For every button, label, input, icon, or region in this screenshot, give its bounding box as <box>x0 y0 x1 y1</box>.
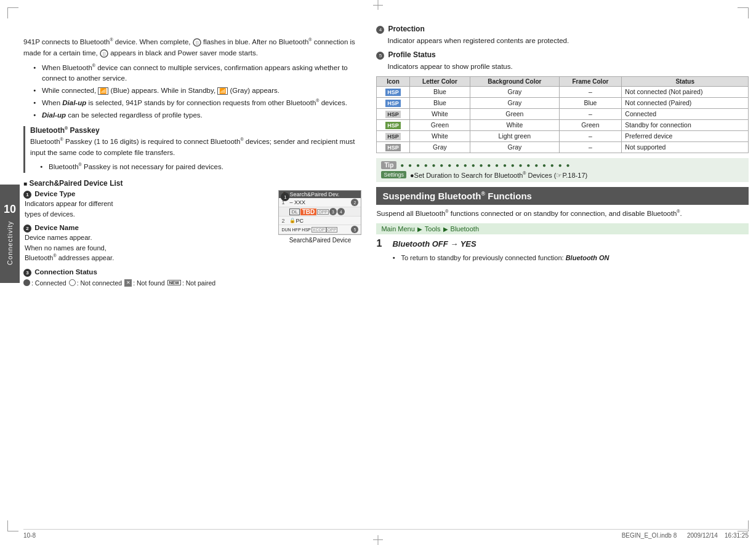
chapter-label: Connectivity <box>6 221 14 265</box>
td-bg: Gray <box>470 86 559 97</box>
device-image: 1 📱 Search&Paired Dev. 1 – XXX 2 DL <box>278 190 361 235</box>
device-row-1: 1 – XXX 2 <box>279 198 361 207</box>
overlay-2-inline: 2 <box>351 199 358 206</box>
td-status: Not connected (Not paired) <box>622 86 749 97</box>
menu-item-1: Main Menu <box>381 225 414 233</box>
menu-arrow-1: ▶ <box>417 226 422 233</box>
hsp-badge-5: HSP <box>385 133 401 140</box>
bluetooth-on-label: Bluetooth ON <box>566 254 609 261</box>
th-frame: Frame Color <box>559 76 622 86</box>
td-icon: HSP <box>377 119 409 130</box>
left-column: 941P connects to Bluetooth® device. When… <box>23 18 371 514</box>
corner-mark-tl <box>7 7 18 18</box>
step-text: Bluetooth OFF → YES <box>392 239 476 249</box>
paired-content: 1 Device Type Indicators appear for diff… <box>23 190 361 292</box>
td-status: Connected <box>622 108 749 119</box>
device-image-container: 1 📱 Search&Paired Dev. 1 – XXX 2 DL <box>278 190 361 244</box>
td-bg: Green <box>470 108 559 119</box>
step-1-row: 1 Bluetooth OFF → YES <box>376 238 749 249</box>
page-content: 941P connects to Bluetooth® device. When… <box>23 18 749 514</box>
footer: 10-8 BEGIN_E_OI.indb 8 2009/12/14 16:31:… <box>23 529 749 539</box>
td-frame: – <box>559 108 622 119</box>
circle-3: 3 <box>23 269 31 277</box>
passkey-section: Bluetooth® Passkey Bluetooth® Passkey (1… <box>23 126 361 173</box>
connection-legend: : Connected : Not connected ✕: Not found… <box>23 279 272 287</box>
paired-text: 1 Device Type Indicators appear for diff… <box>23 190 272 292</box>
right-column: 4 Protection Indicator appears when regi… <box>371 18 749 514</box>
protection-section: 4 Protection Indicator appears when regi… <box>376 25 749 47</box>
td-bg: Gray <box>470 141 559 153</box>
td-frame: Green <box>559 119 622 130</box>
th-status: Status <box>622 76 749 86</box>
hsp-badge-3: HSP <box>385 111 401 118</box>
table-row: HSP Gray Gray – Not supported <box>377 141 749 153</box>
td-status: Not connected (Paired) <box>622 97 749 108</box>
profile-status-intro: Indicators appear to show profile status… <box>387 62 749 73</box>
bullet-item-4: Dial-up can be selected regardless of pr… <box>33 110 361 121</box>
circle-5: 5 <box>376 52 384 60</box>
td-bg: Gray <box>470 97 559 108</box>
not-connected-icon <box>69 279 76 286</box>
profile-status-section: 5 Profile Status Indicators appear to sh… <box>376 50 749 153</box>
bullet-item-1: When Bluetooth® device can connect to mu… <box>33 63 361 85</box>
passkey-title: Bluetooth® Passkey <box>30 126 361 135</box>
profile-table-body: HSP Blue Gray – Not connected (Not paire… <box>377 86 749 153</box>
paired-section: ■ Search&Paired Device List 1 Device Typ… <box>23 179 361 292</box>
td-icon: HSP <box>377 108 409 119</box>
circle-4: 4 <box>376 26 384 34</box>
suspend-header: Suspending Bluetooth® Functions <box>376 187 749 205</box>
step-number: 1 <box>376 238 387 249</box>
passkey-bullet-1: Bluetooth® Passkey is not necessary for … <box>40 162 361 173</box>
menu-path: Main Menu ▶ Tools ▶ Bluetooth <box>376 223 749 234</box>
table-row: HSP Green White Green Standby for connec… <box>377 119 749 130</box>
bullet-item-2: While connected, 📶 (Blue) appears. While… <box>33 86 361 97</box>
device-type-item: 1 Device Type Indicators appear for diff… <box>23 190 272 219</box>
td-icon: HSP <box>377 130 409 141</box>
circle-1: 1 <box>23 191 31 199</box>
bullet-item-3: When Dial-up is selected, 941P stands by… <box>33 98 361 109</box>
corner-mark-tr <box>738 7 749 18</box>
td-letter: Green <box>409 119 470 130</box>
tip-header: Tip ● ● ● ● ● ● ● ● ● ● ● ● ● ● ● ● ● ● … <box>381 161 744 169</box>
hsp-badge-1: HSP <box>385 89 401 96</box>
top-center-h <box>373 5 383 6</box>
td-letter: Blue <box>409 86 470 97</box>
th-icon: Icon <box>377 76 409 86</box>
th-bg: Background Color <box>470 76 559 86</box>
menu-arrow-2: ▶ <box>443 226 448 233</box>
td-frame: – <box>559 141 622 153</box>
hsp-badge-4: HSP <box>385 122 401 129</box>
paired-title: ■ Search&Paired Device List <box>23 179 361 188</box>
td-bg: Light green <box>470 130 559 141</box>
svg-text:⌹: ⌹ <box>103 52 106 56</box>
corner-mark-bl <box>7 520 18 531</box>
td-icon: HSP <box>377 141 409 153</box>
th-letter: Letter Color <box>409 76 470 86</box>
page-number: 10-8 <box>23 532 36 539</box>
table-row: HSP Blue Gray – Not connected (Not paire… <box>377 86 749 97</box>
table-row: HSP Blue Gray Blue Not connected (Paired… <box>377 97 749 108</box>
hsp-badge-2: HSP <box>385 100 401 107</box>
td-letter: Blue <box>409 97 470 108</box>
connected-icon <box>23 279 30 286</box>
overlay-4-inline: 4 <box>337 208 345 215</box>
circle-2: 2 <box>23 225 31 233</box>
bullet-list-main: When Bluetooth® device can connect to mu… <box>33 63 361 121</box>
device-name-body: Device names appear.When no names are fo… <box>25 233 272 263</box>
td-frame: – <box>559 86 622 97</box>
table-header-row: Icon Letter Color Background Color Frame… <box>377 76 749 86</box>
connection-status-item: 3 Connection Status : Connected : Not co… <box>23 268 272 287</box>
not-found-icon: ✕ <box>124 279 132 287</box>
td-bg: White <box>470 119 559 130</box>
bottom-center-h <box>373 539 383 540</box>
td-status: Not supported <box>622 141 749 153</box>
td-status: Preferred device <box>622 130 749 141</box>
passkey-body: Bluetooth® Passkey (1 to 16 digits) is r… <box>30 137 361 159</box>
td-letter: Gray <box>409 141 470 153</box>
step-sub-list: To return to standby for previously conn… <box>392 253 749 263</box>
td-icon: HSP <box>377 97 409 108</box>
tip-dots: ● ● ● ● ● ● ● ● ● ● ● ● ● ● ● ● ● ● ● ● … <box>400 162 571 169</box>
protection-title: Protection <box>388 25 424 33</box>
profile-status-title: Profile Status <box>388 50 435 59</box>
td-status: Standby for connection <box>622 119 749 130</box>
